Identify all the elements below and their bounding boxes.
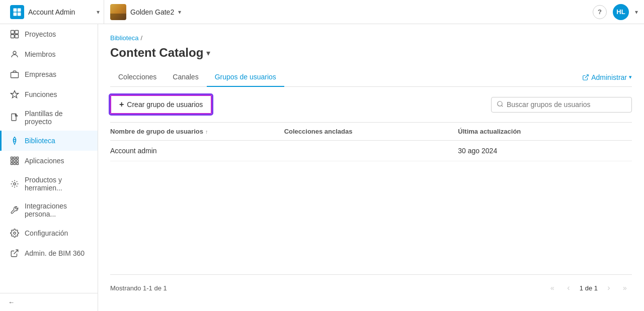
svg-rect-13 (11, 157, 13, 159)
first-page-icon (550, 284, 554, 292)
administrar-icon (582, 74, 589, 81)
funciones-icon (10, 89, 20, 99)
svg-rect-17 (14, 160, 16, 162)
prev-page-icon (567, 283, 570, 292)
avatar-chevron: ▾ (635, 9, 638, 16)
sidebar-item-miembros[interactable]: Miembros (0, 44, 98, 64)
account-admin-icon (10, 5, 24, 19)
svg-rect-5 (15, 31, 19, 34)
sidebar-item-proyectos[interactable]: Proyectos (0, 24, 98, 44)
svg-rect-9 (11, 72, 19, 78)
project-chevron: ▾ (178, 9, 181, 16)
first-page-btn[interactable] (545, 281, 559, 295)
table-row: Account admin 30 ago 2024 (110, 141, 632, 161)
table-header: Nombre de grupo de usuarios ↑ Coleccione… (110, 123, 632, 141)
sidebar-label-aplicaciones: Aplicaciones (25, 157, 64, 165)
last-page-icon (623, 284, 627, 292)
svg-line-25 (585, 74, 588, 77)
main-layout: Proyectos Miembros Empresas (0, 24, 644, 311)
sidebar-collapse-btn[interactable]: ← (0, 293, 98, 311)
tabs-row: Colecciones Canales Grupos de usuarios A… (110, 68, 632, 87)
svg-marker-10 (11, 91, 19, 98)
sidebar-label-funciones: Funciones (25, 90, 57, 98)
table-footer: Mostrando 1-1 de 1 1 de 1 (110, 274, 632, 301)
sidebar-item-admin-bim[interactable]: Admin. de BIM 360 (0, 243, 98, 263)
search-box (491, 97, 632, 113)
last-page-btn[interactable] (618, 281, 632, 295)
svg-rect-2 (14, 12, 17, 16)
next-page-icon (607, 283, 610, 292)
breadcrumb-separator: / (140, 34, 142, 42)
help-button[interactable]: ? (593, 5, 607, 19)
svg-point-12 (14, 140, 16, 142)
create-group-button[interactable]: + Crear grupo de usuarios (110, 95, 212, 114)
svg-rect-18 (17, 160, 19, 162)
sidebar-item-integraciones[interactable]: Integraciones persona... (0, 197, 98, 223)
account-admin-label: Account Admin (28, 8, 93, 16)
sidebar-item-productos[interactable]: Productos y herramien... (0, 171, 98, 197)
tab-grupos[interactable]: Grupos de usuarios (207, 68, 284, 87)
project-name: Golden Gate2 (130, 8, 174, 16)
prev-page-btn[interactable] (561, 281, 576, 295)
svg-line-24 (14, 250, 18, 254)
col-header-colecciones: Colecciones ancladas (284, 128, 458, 135)
sidebar-label-productos: Productos y herramien... (25, 176, 90, 192)
sidebar-label-proyectos: Proyectos (25, 30, 56, 38)
create-group-label: Crear grupo de usuarios (127, 100, 203, 109)
account-admin-section[interactable]: Account Admin ▾ (6, 0, 104, 24)
page-title-row: Content Catalog ▾ (110, 46, 632, 60)
sort-icon-nombre[interactable]: ↑ (205, 129, 208, 135)
administrar-label: Administrar (591, 73, 627, 81)
table-container: Nombre de grupo de usuarios ↑ Coleccione… (110, 122, 632, 274)
pagination: 1 de 1 (545, 281, 632, 295)
sidebar-item-funciones[interactable]: Funciones (0, 84, 98, 105)
svg-rect-1 (18, 8, 21, 12)
page-info: 1 de 1 (578, 284, 600, 292)
header-right: ? HL ▾ (593, 4, 638, 20)
svg-rect-7 (15, 35, 19, 38)
title-dropdown-icon[interactable]: ▾ (206, 48, 210, 58)
next-page-btn[interactable] (602, 281, 616, 295)
sidebar-item-biblioteca[interactable]: Biblioteca (0, 131, 98, 151)
avatar[interactable]: HL (613, 4, 629, 20)
svg-rect-21 (17, 163, 19, 165)
sidebar-item-empresas[interactable]: Empresas (0, 64, 98, 84)
plus-icon: + (119, 100, 124, 109)
search-icon (497, 100, 504, 109)
tab-colecciones[interactable]: Colecciones (110, 68, 165, 87)
tab-canales[interactable]: Canales (165, 68, 206, 87)
showing-text: Mostrando 1-1 de 1 (110, 284, 167, 292)
admin-bim-icon (10, 248, 20, 258)
svg-rect-6 (11, 35, 15, 38)
sidebar-item-plantillas[interactable]: Plantillas de proyecto (0, 105, 98, 131)
cell-nombre: Account admin (110, 147, 284, 155)
svg-rect-15 (17, 157, 19, 159)
sidebar-label-admin-bim: Admin. de BIM 360 (25, 249, 85, 257)
sidebar: Proyectos Miembros Empresas (0, 24, 98, 311)
page-title: Content Catalog (110, 46, 203, 60)
productos-icon (10, 179, 20, 189)
sidebar-item-configuracion[interactable]: Configuración (0, 223, 98, 243)
svg-point-26 (498, 101, 502, 106)
empresas-icon (10, 69, 20, 79)
sidebar-label-integraciones: Integraciones persona... (25, 202, 90, 218)
miembros-icon (10, 49, 20, 59)
svg-rect-0 (14, 8, 17, 12)
administrar-button[interactable]: Administrar ▾ (582, 73, 632, 81)
sidebar-label-miembros: Miembros (25, 50, 55, 58)
project-thumbnail (110, 4, 126, 20)
project-section[interactable]: Golden Gate2 ▾ (110, 4, 587, 20)
configuracion-icon (10, 228, 20, 238)
search-input[interactable] (507, 100, 626, 109)
main-content: Biblioteca / Content Catalog ▾ Coleccion… (98, 24, 644, 311)
integraciones-icon (10, 205, 20, 215)
col-header-ultima: Última actualización (458, 128, 632, 135)
breadcrumb-biblioteca[interactable]: Biblioteca (110, 34, 138, 42)
svg-line-27 (502, 105, 503, 107)
plantillas-icon (10, 113, 20, 123)
svg-rect-19 (11, 163, 13, 165)
sidebar-item-aplicaciones[interactable]: Aplicaciones (0, 151, 98, 171)
biblioteca-icon (10, 136, 20, 146)
svg-rect-20 (14, 163, 16, 165)
proyectos-icon (10, 29, 20, 39)
